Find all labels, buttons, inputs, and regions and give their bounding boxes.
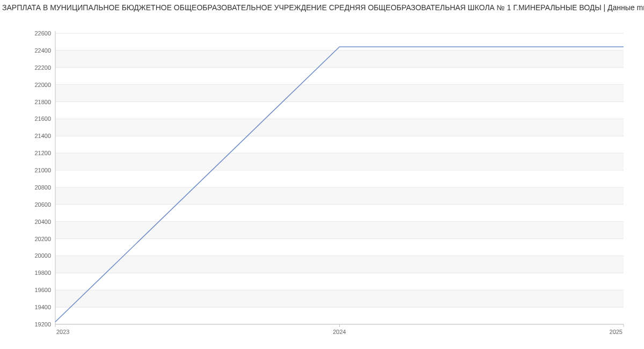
y-tick-label: 20800 (34, 184, 51, 191)
grid-stripe (55, 153, 624, 170)
y-tick-label: 19400 (34, 304, 51, 310)
y-tick-label: 21400 (34, 133, 51, 139)
grid-stripe (55, 50, 624, 68)
y-tick-label: 22200 (34, 64, 51, 71)
y-tick-label: 21800 (34, 99, 51, 105)
grid-stripe (55, 256, 624, 273)
y-tick-label: 21200 (34, 150, 51, 156)
y-tick-label: 20000 (34, 252, 51, 259)
y-tick-label: 20600 (34, 201, 51, 208)
x-tick-label: 2023 (56, 329, 69, 335)
y-tick-label: 19800 (34, 270, 51, 276)
y-tick-label: 20400 (34, 219, 51, 225)
y-tick-label: 21600 (34, 115, 51, 122)
grid-stripe (55, 222, 624, 239)
line-chart: 1920019400196001980020000202002040020600… (0, 13, 644, 346)
grid-stripe (55, 290, 624, 307)
x-tick-label: 2024 (333, 329, 346, 335)
y-tick-label: 19200 (34, 321, 51, 328)
chart-container: 1920019400196001980020000202002040020600… (0, 13, 644, 346)
y-tick-label: 20200 (34, 236, 51, 242)
grid-stripe (55, 119, 624, 136)
page-title: ЗАРПЛАТА В МУНИЦИПАЛЬНОЕ БЮДЖЕТНОЕ ОБЩЕО… (0, 0, 644, 13)
x-tick-label: 2025 (610, 329, 623, 335)
y-tick-label: 22400 (34, 47, 51, 54)
grid-stripe (55, 187, 624, 205)
y-tick-label: 22600 (34, 30, 51, 37)
y-tick-label: 19600 (34, 287, 51, 293)
grid-stripe (55, 85, 624, 102)
y-tick-label: 21000 (34, 167, 51, 173)
y-tick-label: 22000 (34, 82, 51, 88)
